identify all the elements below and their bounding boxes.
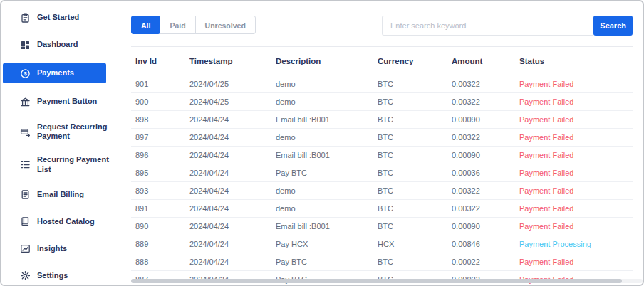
table-row[interactable]: 898 2024/04/24 Email bill :B001 BTC 0.00… [131, 111, 633, 129]
scrollbar-thumb[interactable] [131, 279, 622, 283]
chart-icon [20, 243, 31, 254]
cell-description: demo [276, 186, 378, 195]
sidebar-item-email-billing[interactable]: Email Billing [1, 186, 115, 203]
cell-description: demo [276, 133, 378, 142]
sidebar-item-hosted-catalog[interactable]: Hosted Catalog [1, 213, 115, 231]
coin-dollar-icon: $ [20, 68, 31, 79]
cell-currency: BTC [378, 258, 452, 266]
sidebar-item-label: Payments [37, 68, 74, 78]
cell-description: Pay BTC [276, 258, 378, 266]
cell-status: Payment Failed [519, 222, 633, 231]
cell-currency: BTC [378, 133, 452, 142]
cell-status: Payment Failed [519, 133, 633, 142]
cell-currency: BTC [378, 151, 452, 159]
cell-status: Payment Failed [519, 115, 633, 124]
cell-timestamp: 2024/04/24 [189, 204, 276, 213]
search-input[interactable] [382, 16, 593, 36]
table-body: 901 2024/04/25 demo BTC 0.00322 Payment … [131, 75, 633, 285]
table-row[interactable]: 896 2024/04/24 Email bill :B001 BTC 0.00… [131, 147, 633, 164]
sidebar-item-label: Email Billing [37, 190, 84, 199]
cell-status: Payment Processing [519, 240, 633, 248]
table-header-row: Inv IdTimestampDescriptionCurrencyAmount… [131, 46, 633, 75]
cell-status: Payment Failed [519, 97, 633, 106]
search-button[interactable]: Search [593, 16, 633, 36]
sidebar-item-settings[interactable]: Settings [1, 268, 115, 285]
cell-status: Payment Failed [519, 258, 633, 266]
table-row[interactable]: 893 2024/04/24 demo BTC 0.00322 Payment … [131, 182, 633, 200]
table-row[interactable]: 890 2024/04/24 Email bill :B001 BTC 0.00… [131, 218, 633, 235]
cell-amount: 0.00846 [452, 240, 519, 248]
cell-currency: BTC [378, 204, 452, 213]
sidebar-item-label: Insights [37, 244, 67, 253]
sidebar-item-label: Settings [37, 271, 68, 280]
cell-amount: 0.00022 [452, 258, 519, 266]
cell-amount: 0.00036 [452, 169, 519, 177]
cell-amount: 0.00090 [452, 151, 519, 159]
book-icon [20, 216, 31, 227]
sidebar-nav: Get Started Dashboard $ Payments Payment… [1, 9, 115, 285]
filter-tab-paid[interactable]: Paid [160, 16, 195, 34]
cell-amount: 0.00322 [452, 80, 519, 88]
cell-amount: 0.00322 [452, 133, 519, 142]
cell-amount: 0.00322 [452, 97, 519, 106]
cell-currency: BTC [378, 80, 452, 88]
cell-inv-id: 889 [135, 240, 189, 248]
cell-currency: BTC [378, 222, 452, 231]
cell-currency: BTC [378, 115, 452, 124]
sidebar-item-request-recurring-payment[interactable]: Request Recurring Payment [1, 120, 115, 143]
table-row[interactable]: 888 2024/04/24 Pay BTC BTC 0.00022 Payme… [131, 253, 633, 271]
sidebar-item-label: Dashboard [37, 40, 78, 49]
cell-status: Payment Failed [519, 204, 633, 213]
cell-description: demo [276, 80, 378, 88]
table-row[interactable]: 900 2024/04/25 demo BTC 0.00322 Payment … [131, 93, 633, 111]
column-header: Inv Id [135, 57, 189, 65]
topbar: AllPaidUnresolved Search [131, 16, 633, 36]
cell-currency: BTC [378, 97, 452, 106]
clipboard-icon [20, 13, 31, 23]
filter-tab-all[interactable]: All [131, 16, 160, 34]
sidebar-item-get-started[interactable]: Get Started [1, 9, 115, 26]
status-filter-group: AllPaidUnresolved [131, 16, 256, 34]
card-request-icon [20, 127, 31, 137]
cell-inv-id: 897 [135, 133, 189, 142]
cell-status: Payment Failed [519, 169, 633, 177]
cell-timestamp: 2024/04/24 [189, 186, 276, 195]
cell-timestamp: 2024/04/24 [189, 133, 276, 142]
cell-status: Payment Failed [519, 80, 633, 88]
cell-description: Email bill :B001 [276, 222, 378, 231]
column-header: Amount [452, 57, 519, 65]
cell-timestamp: 2024/04/24 [189, 169, 276, 177]
table-row[interactable]: 891 2024/04/24 demo BTC 0.00322 Payment … [131, 200, 633, 218]
sidebar-item-label: Hosted Catalog [37, 217, 95, 226]
column-header: Currency [378, 57, 452, 65]
cell-inv-id: 888 [135, 258, 189, 266]
table-row[interactable]: 897 2024/04/24 demo BTC 0.00322 Payment … [131, 129, 633, 147]
column-header: Description [276, 57, 378, 65]
sidebar-item-payment-button[interactable]: Payment Button [1, 93, 115, 110]
sidebar-item-insights[interactable]: Insights [1, 240, 115, 258]
cell-inv-id: 891 [135, 204, 189, 213]
cell-description: Pay BTC [276, 169, 378, 177]
sidebar-item-label: Recurring Payment List [37, 155, 110, 174]
payments-table: Inv IdTimestampDescriptionCurrencyAmount… [131, 46, 633, 285]
horizontal-scrollbar[interactable] [131, 279, 643, 283]
cell-status: Payment Failed [519, 151, 633, 159]
sidebar-item-payments[interactable]: $ Payments [3, 63, 106, 83]
cell-description: Email bill :B001 [276, 115, 378, 124]
bank-icon [20, 97, 31, 107]
cell-amount: 0.00090 [452, 222, 519, 231]
sidebar-item-dashboard[interactable]: Dashboard [1, 36, 115, 53]
filter-tab-unresolved[interactable]: Unresolved [195, 16, 256, 34]
table-row[interactable]: 895 2024/04/24 Pay BTC BTC 0.00036 Payme… [131, 164, 633, 182]
cell-timestamp: 2024/04/24 [189, 240, 276, 248]
table-row[interactable]: 889 2024/04/24 Pay HCX HCX 0.00846 Payme… [131, 235, 633, 253]
cell-amount: 0.00090 [452, 115, 519, 124]
table-row[interactable]: 901 2024/04/25 demo BTC 0.00322 Payment … [131, 75, 633, 93]
cell-description: demo [276, 97, 378, 106]
list-icon [20, 159, 31, 170]
cell-description: Pay HCX [276, 240, 378, 248]
app-window: Get Started Dashboard $ Payments Payment… [0, 0, 644, 286]
document-icon [20, 189, 31, 200]
sidebar-item-recurring-payment-list[interactable]: Recurring Payment List [1, 153, 115, 176]
cell-inv-id: 900 [135, 97, 189, 106]
